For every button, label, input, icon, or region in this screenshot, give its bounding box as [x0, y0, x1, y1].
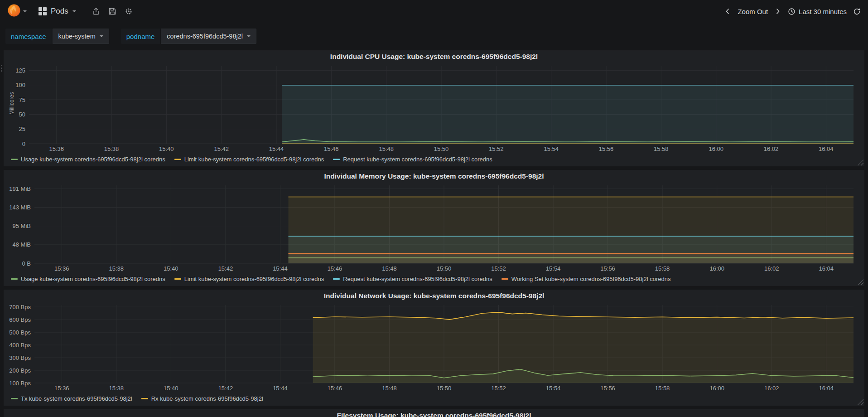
gear-icon	[125, 7, 133, 15]
time-forward-button[interactable]	[774, 8, 781, 15]
x-tick-label: 15:46	[328, 265, 342, 272]
chart-svg: 100 Bps200 Bps300 Bps400 Bps500 Bps600 B…	[8, 302, 860, 393]
x-tick-label: 15:46	[328, 385, 342, 392]
series-fill	[313, 312, 854, 383]
series-fill	[289, 254, 854, 263]
y-tick-label: 0	[22, 141, 25, 147]
navbar: Pods	[0, 0, 868, 23]
y-tick-label: 25	[19, 126, 25, 132]
caret-down-icon	[100, 35, 103, 37]
zoom-out-button[interactable]: Zoom Out	[738, 8, 768, 15]
x-tick-label: 16:02	[764, 145, 779, 152]
legend-item[interactable]: Request kube-system coredns-695f96dcd5-9…	[333, 276, 492, 282]
legend-item[interactable]: Rx kube-system coredns-695f96dcd5-98j2l	[141, 395, 263, 402]
legend-item[interactable]: Working Set kube-system coredns-695f96dc…	[502, 276, 671, 282]
x-tick-label: 15:52	[491, 385, 506, 392]
time-range-label: Last 30 minutes	[799, 8, 847, 15]
x-tick-label: 15:36	[54, 385, 69, 392]
x-tick-label: 15:40	[164, 265, 178, 272]
legend-item[interactable]: Request kube-system coredns-695f96dcd5-9…	[333, 156, 492, 163]
legend-item[interactable]: Usage kube-system coredns-695f96dcd5-98j…	[11, 276, 165, 282]
y-tick-label: 95 MiB	[13, 223, 31, 229]
refresh-icon	[853, 8, 861, 15]
time-range-button[interactable]: Last 30 minutes	[788, 8, 847, 15]
x-tick-label: 15:42	[218, 265, 233, 272]
legend-item[interactable]: Usage kube-system coredns-695f96dcd5-98j…	[11, 156, 165, 163]
y-tick-label: 0 B	[22, 260, 31, 267]
y-tick-label: 50	[19, 111, 25, 118]
y-tick-label: 100	[15, 82, 25, 88]
clock-icon	[788, 8, 796, 15]
share-button[interactable]	[92, 7, 100, 15]
x-tick-label: 15:58	[654, 145, 669, 152]
x-tick-label: 15:54	[546, 265, 561, 272]
grafana-logo	[7, 4, 21, 19]
refresh-button[interactable]	[853, 8, 861, 15]
y-tick-label: 125	[15, 67, 25, 74]
variable-namespace: namespace kube-system	[5, 29, 109, 44]
x-tick-label: 15:54	[546, 385, 561, 392]
x-tick-label: 16:04	[819, 265, 834, 272]
series-fill	[282, 85, 854, 144]
panel-network-usage: Individual Network Usage: kube-system co…	[4, 290, 864, 406]
y-tick-label: 75	[19, 97, 25, 103]
legend-swatch	[333, 278, 340, 280]
share-icon	[92, 7, 100, 15]
time-back-button[interactable]	[724, 8, 731, 15]
legend-swatch	[11, 398, 18, 399]
save-icon	[108, 7, 116, 15]
x-tick-label: 15:54	[544, 145, 559, 152]
variable-value-podname-dropdown[interactable]: coredns-695f96dcd5-98j2l	[161, 29, 256, 44]
y-tick-label: 300 Bps	[9, 354, 31, 361]
cpu-usage-chart[interactable]: 025507510012515:3615:3815:4015:4215:4415…	[8, 63, 860, 154]
y-tick-label: 400 Bps	[9, 342, 31, 349]
x-tick-label: 15:44	[273, 265, 288, 272]
x-tick-label: 15:48	[382, 265, 397, 272]
caret-down-icon	[72, 10, 76, 12]
dashboard-picker[interactable]: Pods	[39, 7, 76, 16]
network-usage-chart[interactable]: 100 Bps200 Bps300 Bps400 Bps500 Bps600 B…	[8, 302, 860, 393]
x-tick-label: 15:56	[599, 145, 614, 152]
x-tick-label: 16:00	[709, 385, 724, 392]
caret-down-icon	[23, 10, 27, 12]
panel-title[interactable]: Filesystem Usage: kube-system coredns-69…	[8, 409, 860, 417]
panel-title[interactable]: Individual Network Usage: kube-system co…	[8, 290, 860, 302]
x-tick-label: 15:36	[54, 265, 69, 272]
legend-item[interactable]: Limit kube-system coredns-695f96dcd5-98j…	[174, 276, 324, 282]
dashboard-area: Individual CPU Usage: kube-system coredn…	[0, 50, 868, 417]
variable-value-text: kube-system	[58, 33, 96, 40]
dashboard-title: Pods	[51, 7, 68, 16]
legend-swatch	[11, 278, 18, 280]
x-tick-label: 16:00	[709, 145, 723, 152]
legend-swatch	[502, 278, 508, 280]
save-button[interactable]	[108, 7, 116, 15]
y-tick-label: 48 MiB	[13, 241, 31, 248]
caret-down-icon	[247, 35, 251, 37]
panel-title[interactable]: Individual CPU Usage: kube-system coredn…	[8, 50, 860, 63]
x-tick-label: 16:02	[764, 385, 779, 392]
navbar-left: Pods	[7, 4, 137, 19]
legend-swatch	[141, 398, 148, 399]
dashboard-grid-icon	[39, 7, 47, 15]
variable-value-text: coredns-695f96dcd5-98j2l	[167, 33, 243, 40]
x-tick-label: 15:42	[214, 145, 229, 152]
memory-usage-chart[interactable]: 0 B48 MiB95 MiB143 MiB191 MiB15:3615:381…	[8, 183, 860, 273]
y-tick-label: 600 Bps	[9, 316, 31, 323]
navbar-right: Zoom Out Last 30 minutes	[718, 8, 861, 15]
x-tick-label: 15:58	[655, 265, 670, 272]
panel-title[interactable]: Individual Memory Usage: kube-system cor…	[8, 170, 860, 183]
grafana-menu-button[interactable]	[7, 4, 27, 19]
x-tick-label: 15:46	[324, 145, 339, 152]
x-tick-label: 16:04	[819, 385, 834, 392]
legend-item[interactable]: Limit kube-system coredns-695f96dcd5-98j…	[174, 156, 324, 163]
legend-item[interactable]: Tx kube-system coredns-695f96dcd5-98j2l	[11, 395, 132, 402]
x-tick-label: 15:52	[491, 265, 506, 272]
y-tick-label: 700 Bps	[9, 304, 31, 310]
x-tick-label: 16:04	[819, 145, 834, 152]
y-tick-label: 143 MiB	[9, 204, 31, 211]
x-tick-label: 15:38	[109, 385, 124, 392]
settings-button[interactable]	[125, 7, 133, 15]
variable-value-namespace-dropdown[interactable]: kube-system	[53, 29, 109, 44]
variable-label-podname: podname	[121, 29, 160, 44]
network-legend: Tx kube-system coredns-695f96dcd5-98j2lR…	[8, 393, 860, 404]
